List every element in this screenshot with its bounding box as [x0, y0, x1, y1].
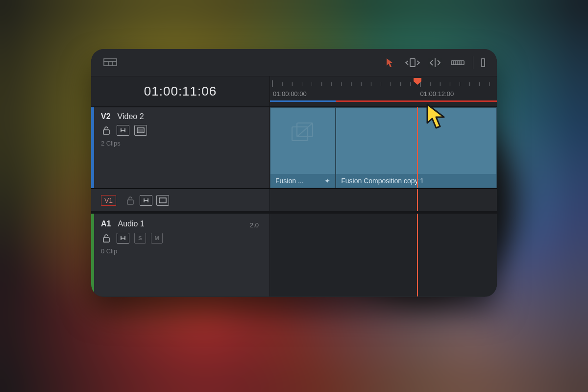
timecode-ruler-row: 01:00:11:06 01:00:00:00 01:00:12:00 — [91, 76, 497, 107]
ruler-baseline — [270, 100, 497, 106]
playhead-line[interactable] — [417, 189, 418, 211]
ruler-ticks — [270, 79, 497, 89]
clip[interactable]: Fusion ... ✦ — [270, 107, 336, 188]
clip-label-bar: Fusion Composition copy 1 — [336, 174, 496, 188]
audio-channel-label: 2.0 — [250, 219, 263, 229]
timeline-panel: 01:00:11:06 01:00:00:00 01:00:12:00 — [91, 49, 497, 297]
track-lane-v2[interactable]: Fusion ... ✦ Fusion Composition copy 1 — [270, 107, 497, 188]
svg-rect-43 — [159, 198, 166, 203]
track-clip-count: 2 Clips — [101, 140, 263, 147]
svg-rect-38 — [138, 129, 143, 132]
auto-select-icon[interactable] — [117, 233, 129, 244]
fusion-clip-icon — [290, 122, 316, 146]
track-id: V2 — [101, 112, 111, 121]
playhead-marker[interactable] — [413, 77, 422, 85]
svg-rect-36 — [103, 130, 109, 134]
track-clip-count: 0 Clip — [101, 247, 263, 255]
auto-select-icon[interactable] — [140, 195, 152, 206]
playhead-line[interactable] — [417, 214, 418, 296]
track-enable-icon[interactable] — [134, 125, 147, 136]
trim-tool-icon[interactable] — [404, 54, 421, 71]
toolbar-separator — [473, 56, 473, 69]
mute-button[interactable]: M — [151, 233, 163, 244]
clip-name: Fusion ... — [275, 177, 304, 185]
svg-rect-0 — [104, 61, 117, 66]
track-id: A1 — [101, 220, 111, 228]
lock-icon[interactable] — [101, 125, 112, 136]
track-header-v1[interactable]: V1 — [91, 189, 270, 211]
lock-icon[interactable] — [101, 233, 112, 244]
more-tools-icon[interactable] — [480, 54, 486, 71]
clip-name: Fusion Composition copy 1 — [341, 177, 424, 185]
track-lane-a1[interactable] — [270, 214, 497, 296]
track-header-a1[interactable]: A1 Audio 1 2.0 S M 0 Clip — [91, 214, 270, 296]
svg-rect-44 — [103, 238, 109, 242]
track-name[interactable]: Video 2 — [118, 112, 144, 121]
svg-rect-3 — [104, 59, 117, 61]
lock-icon[interactable] — [125, 195, 136, 206]
track-name[interactable]: Audio 1 — [118, 220, 144, 228]
svg-rect-4 — [410, 59, 415, 67]
track-lane-v1[interactable] — [270, 189, 497, 211]
clip-label-bar: Fusion ... ✦ — [270, 174, 335, 188]
playhead-line[interactable] — [417, 107, 418, 188]
current-timecode[interactable]: 01:00:11:06 — [91, 76, 270, 106]
blade-tool-icon[interactable] — [449, 54, 466, 71]
track-header-v2[interactable]: V2 Video 2 2 Clips — [91, 107, 270, 188]
timeline-view-options-icon[interactable] — [102, 54, 119, 71]
track-row-v1: V1 — [91, 189, 497, 211]
svg-rect-42 — [127, 200, 133, 204]
timeline-tracks: V2 Video 2 2 Clips — [91, 107, 497, 296]
ruler-label: 01:00:12:00 — [420, 90, 454, 98]
timeline-ruler[interactable]: 01:00:00:00 01:00:12:00 — [270, 76, 497, 106]
ruler-label: 01:00:00:00 — [273, 90, 307, 98]
dynamic-trim-tool-icon[interactable] — [427, 54, 443, 71]
selection-tool-icon[interactable] — [382, 54, 398, 71]
timeline-toolbar — [91, 49, 497, 76]
track-row-a1: A1 Audio 1 2.0 S M 0 Clip — [91, 213, 497, 296]
sparkle-icon: ✦ — [324, 177, 330, 185]
clip[interactable]: Fusion Composition copy 1 — [336, 107, 497, 188]
svg-rect-12 — [482, 59, 485, 67]
track-id-badge[interactable]: V1 — [101, 195, 116, 206]
auto-select-icon[interactable] — [117, 125, 129, 136]
solo-button[interactable]: S — [134, 233, 146, 244]
svg-line-41 — [297, 123, 313, 137]
track-enable-icon[interactable] — [156, 195, 169, 206]
cursor-overlay-icon — [425, 103, 449, 133]
